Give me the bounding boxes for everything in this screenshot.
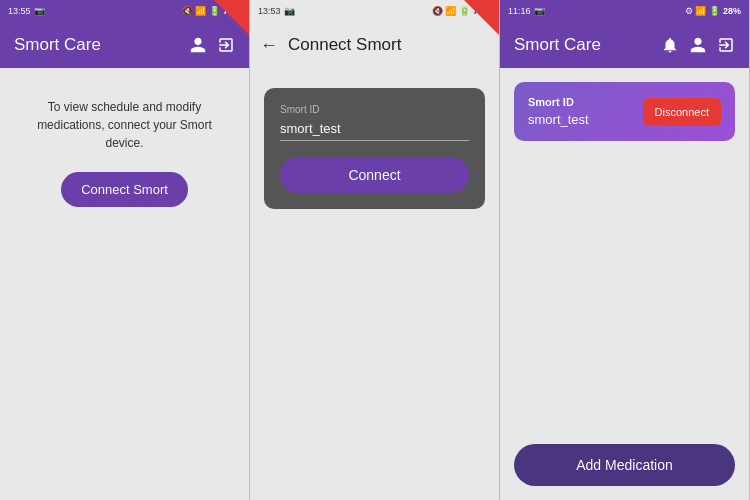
status-icons-s3: 📷 (534, 6, 545, 16)
screen3: 11:16 📷 ⚙ 📶 🔋 28% Smort Care Smort ID sm… (500, 0, 750, 500)
status-bar-screen1: 13:55 📷 🔇 📶 🔋 78% (0, 0, 249, 22)
status-icons: 📷 (34, 6, 45, 16)
disconnect-button[interactable]: Disconnect (643, 98, 721, 126)
app-title-screen1: Smort Care (14, 35, 101, 55)
smort-id-label: Smort ID (280, 104, 469, 115)
add-medication-button[interactable]: Add Medication (514, 444, 735, 486)
connect-button-screen2[interactable]: Connect (280, 157, 469, 193)
time-label: 13:55 (8, 6, 31, 16)
logout-icon-screen3[interactable] (717, 36, 735, 54)
smort-id-input[interactable] (280, 117, 469, 141)
status-time-screen1: 13:55 📷 (8, 6, 45, 16)
status-icons-s2: 📷 (284, 6, 295, 16)
person-icon-screen3[interactable] (689, 36, 707, 54)
person-icon-screen1[interactable] (189, 36, 207, 54)
time-label-s3: 11:16 (508, 6, 531, 16)
screen2: 13:53 📷 🔇 📶 🔋 78% ← Connect Smort Smort … (250, 0, 500, 500)
connect-card: Smort ID Connect (264, 88, 485, 209)
smort-device-card: Smort ID smort_test Disconnect (514, 82, 735, 141)
back-app-bar-screen2: ← Connect Smort (250, 22, 499, 68)
signal-icons-screen3: ⚙ 📶 🔋 28% (685, 6, 741, 16)
screen1-content: To view schedule and modify medications,… (0, 68, 249, 500)
smort-card-info: Smort ID smort_test (528, 96, 589, 127)
time-label-s2: 13:53 (258, 6, 281, 16)
status-bar-screen3: 11:16 📷 ⚙ 📶 🔋 28% (500, 0, 749, 22)
status-time-screen3: 11:16 📷 (508, 6, 545, 16)
status-time-screen2: 13:53 📷 (258, 6, 295, 16)
app-bar-icons-screen3 (661, 36, 735, 54)
smort-card-id-value: smort_test (528, 112, 589, 127)
back-button[interactable]: ← (260, 35, 278, 56)
connect-description: To view schedule and modify medications,… (20, 98, 229, 152)
app-bar-screen3: Smort Care (500, 22, 749, 68)
app-bar-icons-screen1 (189, 36, 235, 54)
bell-icon-screen3[interactable] (661, 36, 679, 54)
app-bar-screen1: Smort Care (0, 22, 249, 68)
screen2-title: Connect Smort (288, 35, 401, 55)
smort-card-id-label: Smort ID (528, 96, 589, 108)
smort-id-field: Smort ID (280, 104, 469, 141)
logout-icon-screen1[interactable] (217, 36, 235, 54)
connect-smort-button[interactable]: Connect Smort (61, 172, 188, 207)
screen1: 13:55 📷 🔇 📶 🔋 78% Smort Care To view sch… (0, 0, 250, 500)
screen3-bottom-bar: Add Medication (500, 430, 749, 500)
status-bar-screen2: 13:53 📷 🔇 📶 🔋 78% (250, 0, 499, 22)
app-title-screen3: Smort Care (514, 35, 601, 55)
